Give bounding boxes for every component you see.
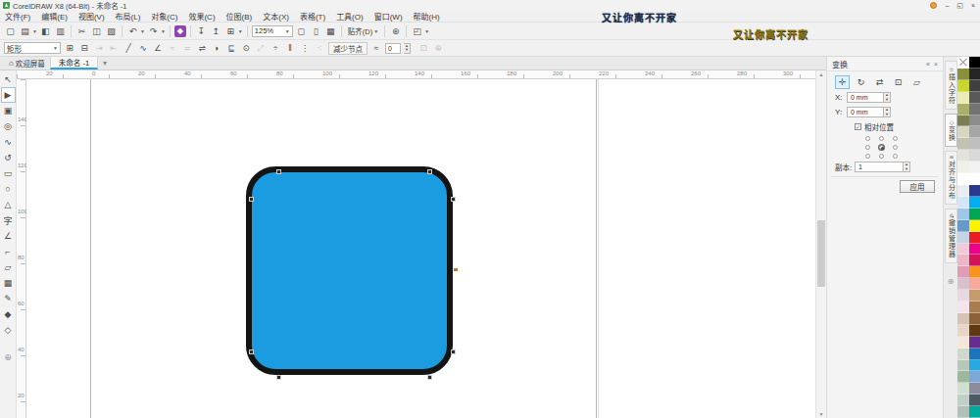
menu-11[interactable]: 帮助(H) [414,11,440,22]
transparency-tool[interactable]: ▦ [1,275,16,291]
application-launcher-button[interactable]: ⊞ [224,24,237,37]
color-swatch[interactable] [969,302,980,313]
import-button[interactable]: ↧ [195,24,208,37]
menu-9[interactable]: 工具(O) [336,11,364,22]
horizontal-ruler[interactable]: 2002040608010012014016018020022024026028… [17,70,815,79]
connector-tool[interactable]: ⌐ [1,244,16,259]
rotate-skew-nodes-button[interactable]: ÷ [270,42,281,54]
color-swatch[interactable] [969,406,980,418]
export-button[interactable]: ↥ [210,24,222,37]
anchor-point-1[interactable] [879,136,884,141]
rectangle-tool[interactable]: ▭ [1,165,16,181]
restore-button[interactable]: ◱ [956,1,963,10]
to-curve-button[interactable]: ∿ [137,42,149,54]
save-button[interactable]: ◧ [39,24,52,37]
reduce-nodes-button[interactable]: 减少节点 [328,42,368,55]
apply-button[interactable]: 应用 [900,180,935,193]
extract-subpath-button[interactable]: ⊑ [225,42,237,54]
color-swatch-none[interactable] [957,57,969,69]
color-swatch[interactable] [957,104,969,116]
color-swatch[interactable] [969,360,980,372]
docker-tab-undo-manager[interactable]: ↺撤销管理器 [945,209,957,263]
transform-mode-rotate[interactable]: ↻ [854,75,868,89]
welcome-screen-tab[interactable]: ⌂ 欢迎屏幕 [4,57,50,70]
color-swatch[interactable] [957,371,969,383]
anchor-point-4[interactable] [879,145,884,150]
minimize-button[interactable]: – [945,1,949,10]
new-document-button[interactable]: ▢ [4,24,17,37]
anchor-point-2[interactable] [893,136,898,141]
color-swatch[interactable] [957,290,969,302]
add-docker-button[interactable]: ⊕ [948,277,955,286]
zoom-level-combo[interactable]: 125% ▼ [252,25,293,37]
anchor-point-6[interactable] [865,154,870,159]
menu-6[interactable]: 位图(B) [226,11,253,22]
window-layout-button[interactable]: ◰ [411,24,423,37]
menu-7[interactable]: 文本(X) [263,11,289,22]
color-swatch[interactable] [957,360,969,372]
color-swatch[interactable] [969,278,980,290]
polygon-tool[interactable]: △ [1,197,16,212]
color-swatch[interactable] [969,313,980,325]
color-swatch[interactable] [969,232,980,244]
options-button[interactable]: ⊛ [389,24,402,37]
delete-node-button[interactable]: ⊟ [78,42,90,54]
anchor-point-5[interactable] [893,145,898,150]
node-handle[interactable] [277,170,280,173]
color-swatch[interactable] [957,232,969,244]
docker-collapse-button[interactable]: « [926,61,930,68]
color-swatch[interactable] [969,69,980,80]
color-swatch[interactable] [969,80,980,92]
color-swatch[interactable] [957,80,969,92]
color-swatch[interactable] [969,395,980,406]
node-handle[interactable] [452,198,455,201]
relative-position-checkbox[interactable]: ✓ [855,123,861,130]
color-swatch[interactable] [969,383,980,395]
chevron-down-icon[interactable]: ▼ [161,28,166,34]
color-swatch[interactable] [957,69,969,80]
color-swatch[interactable] [957,197,969,209]
cut-button[interactable]: ✂ [75,24,88,37]
menu-10[interactable]: 窗口(W) [374,11,403,22]
copies-stepper[interactable]: ▲▼ [904,162,910,172]
node-handle[interactable] [452,350,455,353]
shape-tool[interactable]: ▶ [1,87,16,103]
chevron-down-icon[interactable]: ▼ [32,28,37,34]
color-swatch[interactable] [957,209,969,220]
extend-curve-button[interactable]: ⊙ [240,42,252,54]
menu-4[interactable]: 对象(C) [151,11,177,22]
color-swatch[interactable] [969,150,980,162]
color-swatch[interactable] [957,395,969,406]
copy-button[interactable]: ◫ [90,24,103,37]
transform-mode-scale-mirror[interactable]: ⇄ [872,75,887,89]
menu-5[interactable]: 效果(C) [188,11,215,22]
color-swatch[interactable] [957,244,969,255]
x-input[interactable]: 0 mm [847,92,884,103]
freehand-tool[interactable]: ∿ [1,134,16,150]
vertical-ruler[interactable]: 14012010080604020 [17,79,26,418]
color-swatch[interactable] [957,302,969,313]
chevron-down-icon[interactable]: ▼ [140,28,145,34]
chevron-down-icon[interactable]: ▼ [238,28,243,34]
preset-combo[interactable]: 矩形 ▼ [4,42,61,54]
node-handle[interactable] [428,170,431,173]
color-swatch[interactable] [969,209,980,220]
add-node-button[interactable]: ⊞ [64,42,75,54]
snap-to-button[interactable]: 贴齐(D) ▼ [346,25,380,36]
scroll-up-icon[interactable]: ▲ [816,71,826,77]
color-swatch[interactable] [969,266,980,278]
color-swatch[interactable] [969,185,980,197]
zoom-tool[interactable]: ◎ [1,118,16,134]
color-swatch[interactable] [969,92,980,104]
crop-tool[interactable]: ▣ [1,103,16,118]
color-swatch[interactable] [957,116,969,127]
menu-0[interactable]: 文件(F) [5,11,30,22]
x-stepper[interactable]: ▲▼ [884,92,891,103]
color-swatch[interactable] [969,173,980,185]
menu-2[interactable]: 视图(V) [78,11,105,22]
color-swatch[interactable] [969,348,980,360]
node-handle[interactable] [277,376,280,379]
color-swatch[interactable] [969,138,980,150]
show-rulers-button[interactable]: ▯ [310,24,322,37]
interactive-fill-tool[interactable]: ◇ [1,322,16,338]
